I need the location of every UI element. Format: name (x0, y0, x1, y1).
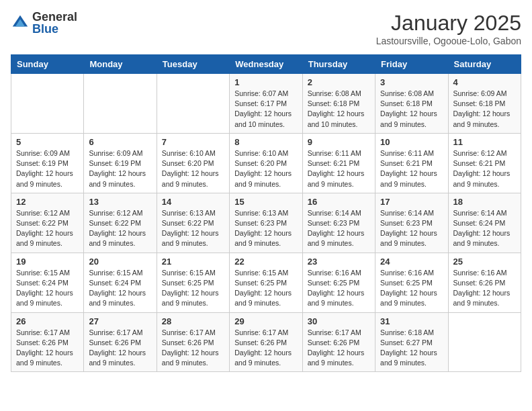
header-tuesday: Tuesday (157, 55, 229, 74)
header-thursday: Thursday (302, 55, 375, 74)
day-number: 19 (16, 257, 79, 267)
day-info: Sunrise: 6:15 AM Sunset: 6:25 PM Dayligh… (234, 268, 297, 309)
title-area: January 2025 Lastoursville, Ogooue-Lolo,… (376, 11, 521, 46)
calendar-cell-1-0: 5Sunrise: 6:09 AM Sunset: 6:19 PM Daylig… (11, 133, 84, 193)
day-number: 7 (162, 137, 224, 147)
calendar-cell-3-2: 21Sunrise: 6:15 AM Sunset: 6:25 PM Dayli… (157, 253, 229, 312)
day-number: 30 (308, 316, 370, 326)
day-number: 15 (234, 197, 297, 207)
day-number: 27 (89, 316, 151, 326)
page-header: General Blue January 2025 Lastoursville,… (11, 11, 521, 46)
month-title: January 2025 (376, 11, 521, 36)
calendar-cell-4-2: 28Sunrise: 6:17 AM Sunset: 6:26 PM Dayli… (157, 312, 229, 372)
header-monday: Monday (84, 55, 157, 74)
calendar-cell-2-1: 13Sunrise: 6:12 AM Sunset: 6:22 PM Dayli… (84, 193, 157, 253)
calendar-cell-1-4: 9Sunrise: 6:11 AM Sunset: 6:21 PM Daylig… (302, 133, 375, 193)
calendar-cell-0-5: 3Sunrise: 6:08 AM Sunset: 6:18 PM Daylig… (375, 74, 448, 134)
day-info: Sunrise: 6:12 AM Sunset: 6:22 PM Dayligh… (89, 208, 151, 249)
day-info: Sunrise: 6:17 AM Sunset: 6:26 PM Dayligh… (16, 328, 79, 369)
day-number: 24 (380, 257, 443, 267)
day-info: Sunrise: 6:09 AM Sunset: 6:18 PM Dayligh… (453, 89, 516, 130)
calendar-cell-2-5: 17Sunrise: 6:14 AM Sunset: 6:23 PM Dayli… (375, 193, 448, 253)
calendar-cell-0-0 (11, 74, 84, 134)
calendar-cell-1-1: 6Sunrise: 6:09 AM Sunset: 6:19 PM Daylig… (84, 133, 157, 193)
day-info: Sunrise: 6:07 AM Sunset: 6:17 PM Dayligh… (234, 89, 297, 130)
day-info: Sunrise: 6:16 AM Sunset: 6:25 PM Dayligh… (308, 268, 370, 309)
calendar-cell-1-3: 8Sunrise: 6:10 AM Sunset: 6:20 PM Daylig… (230, 133, 302, 193)
day-info: Sunrise: 6:10 AM Sunset: 6:20 PM Dayligh… (162, 148, 224, 189)
day-number: 18 (453, 197, 516, 207)
day-info: Sunrise: 6:13 AM Sunset: 6:22 PM Dayligh… (162, 208, 224, 249)
header-friday: Friday (375, 55, 448, 74)
day-number: 31 (380, 316, 443, 326)
day-info: Sunrise: 6:12 AM Sunset: 6:21 PM Dayligh… (453, 148, 516, 189)
calendar-cell-4-4: 30Sunrise: 6:17 AM Sunset: 6:26 PM Dayli… (302, 312, 375, 372)
calendar-table: SundayMondayTuesdayWednesdayThursdayFrid… (11, 54, 521, 372)
day-number: 5 (16, 137, 79, 147)
calendar-week-1: 5Sunrise: 6:09 AM Sunset: 6:19 PM Daylig… (11, 133, 521, 193)
day-number: 10 (380, 137, 443, 147)
calendar-cell-0-6: 4Sunrise: 6:09 AM Sunset: 6:18 PM Daylig… (448, 74, 521, 134)
calendar-week-4: 26Sunrise: 6:17 AM Sunset: 6:26 PM Dayli… (11, 312, 521, 372)
calendar-cell-1-6: 11Sunrise: 6:12 AM Sunset: 6:21 PM Dayli… (448, 133, 521, 193)
logo: General Blue (11, 11, 77, 35)
calendar-cell-3-3: 22Sunrise: 6:15 AM Sunset: 6:25 PM Dayli… (230, 253, 302, 312)
day-number: 8 (234, 137, 297, 147)
calendar-cell-4-6 (448, 312, 521, 372)
day-info: Sunrise: 6:11 AM Sunset: 6:21 PM Dayligh… (308, 148, 370, 189)
day-number: 9 (308, 137, 370, 147)
calendar-cell-4-0: 26Sunrise: 6:17 AM Sunset: 6:26 PM Dayli… (11, 312, 84, 372)
calendar-week-2: 12Sunrise: 6:12 AM Sunset: 6:22 PM Dayli… (11, 193, 521, 253)
calendar-week-3: 19Sunrise: 6:15 AM Sunset: 6:24 PM Dayli… (11, 253, 521, 312)
calendar-cell-0-2 (157, 74, 229, 134)
day-number: 3 (380, 77, 443, 87)
day-info: Sunrise: 6:17 AM Sunset: 6:26 PM Dayligh… (308, 328, 370, 369)
day-number: 2 (308, 77, 370, 87)
header-sunday: Sunday (11, 55, 84, 74)
day-info: Sunrise: 6:16 AM Sunset: 6:26 PM Dayligh… (453, 268, 516, 309)
calendar-cell-2-6: 18Sunrise: 6:14 AM Sunset: 6:24 PM Dayli… (448, 193, 521, 253)
day-number: 14 (162, 197, 224, 207)
calendar-header-row: SundayMondayTuesdayWednesdayThursdayFrid… (11, 55, 521, 74)
calendar-cell-1-5: 10Sunrise: 6:11 AM Sunset: 6:21 PM Dayli… (375, 133, 448, 193)
calendar-cell-2-4: 16Sunrise: 6:14 AM Sunset: 6:23 PM Dayli… (302, 193, 375, 253)
calendar-cell-3-6: 25Sunrise: 6:16 AM Sunset: 6:26 PM Dayli… (448, 253, 521, 312)
calendar-cell-4-3: 29Sunrise: 6:17 AM Sunset: 6:26 PM Dayli… (230, 312, 302, 372)
day-number: 25 (453, 257, 516, 267)
header-saturday: Saturday (448, 55, 521, 74)
calendar-cell-1-2: 7Sunrise: 6:10 AM Sunset: 6:20 PM Daylig… (157, 133, 229, 193)
logo-text-blue: Blue (32, 23, 77, 35)
day-info: Sunrise: 6:12 AM Sunset: 6:22 PM Dayligh… (16, 208, 79, 249)
day-info: Sunrise: 6:13 AM Sunset: 6:23 PM Dayligh… (234, 208, 297, 249)
day-number: 23 (308, 257, 370, 267)
day-number: 16 (308, 197, 370, 207)
day-info: Sunrise: 6:17 AM Sunset: 6:26 PM Dayligh… (89, 328, 151, 369)
day-info: Sunrise: 6:17 AM Sunset: 6:26 PM Dayligh… (234, 328, 297, 369)
day-info: Sunrise: 6:16 AM Sunset: 6:25 PM Dayligh… (380, 268, 443, 309)
day-number: 4 (453, 77, 516, 87)
calendar-cell-2-2: 14Sunrise: 6:13 AM Sunset: 6:22 PM Dayli… (157, 193, 229, 253)
day-number: 17 (380, 197, 443, 207)
day-info: Sunrise: 6:09 AM Sunset: 6:19 PM Dayligh… (16, 148, 79, 189)
day-number: 1 (234, 77, 297, 87)
day-number: 22 (234, 257, 297, 267)
day-number: 12 (16, 197, 79, 207)
day-info: Sunrise: 6:17 AM Sunset: 6:26 PM Dayligh… (162, 328, 224, 369)
logo-icon (11, 13, 30, 32)
day-info: Sunrise: 6:14 AM Sunset: 6:24 PM Dayligh… (453, 208, 516, 249)
calendar-cell-0-4: 2Sunrise: 6:08 AM Sunset: 6:18 PM Daylig… (302, 74, 375, 134)
header-wednesday: Wednesday (230, 55, 302, 74)
day-number: 21 (162, 257, 224, 267)
day-info: Sunrise: 6:15 AM Sunset: 6:25 PM Dayligh… (162, 268, 224, 309)
day-number: 13 (89, 197, 151, 207)
day-info: Sunrise: 6:09 AM Sunset: 6:19 PM Dayligh… (89, 148, 151, 189)
calendar-week-0: 1Sunrise: 6:07 AM Sunset: 6:17 PM Daylig… (11, 74, 521, 134)
calendar-cell-3-5: 24Sunrise: 6:16 AM Sunset: 6:25 PM Dayli… (375, 253, 448, 312)
day-info: Sunrise: 6:11 AM Sunset: 6:21 PM Dayligh… (380, 148, 443, 189)
day-info: Sunrise: 6:18 AM Sunset: 6:27 PM Dayligh… (380, 328, 443, 369)
calendar-cell-0-3: 1Sunrise: 6:07 AM Sunset: 6:17 PM Daylig… (230, 74, 302, 134)
day-number: 26 (16, 316, 79, 326)
day-number: 11 (453, 137, 516, 147)
day-number: 28 (162, 316, 224, 326)
day-number: 29 (234, 316, 297, 326)
